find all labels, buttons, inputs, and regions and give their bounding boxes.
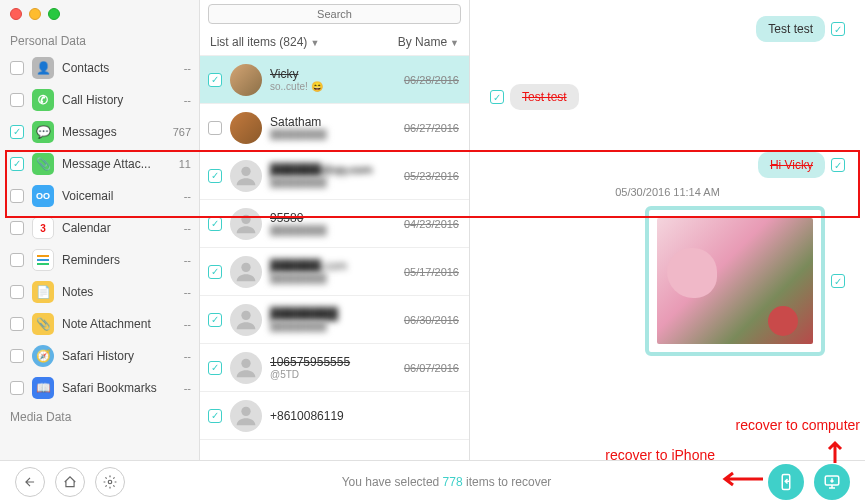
sort-dropdown[interactable]: By Name▼ [398, 35, 459, 49]
conversation-date: 05/23/2016 [404, 170, 459, 182]
conversation-date: 04/23/2016 [404, 218, 459, 230]
sidebar-item-contacts[interactable]: 👤 Contacts -- [0, 52, 199, 84]
sidebar-item-label: Notes [62, 285, 161, 299]
conversation-item[interactable]: ████████ ████████ 06/30/2016 [200, 296, 469, 344]
checkbox[interactable] [10, 317, 24, 331]
message-checkbox[interactable] [831, 158, 845, 172]
checkbox[interactable] [208, 313, 222, 327]
maximize-window-button[interactable] [48, 8, 60, 20]
sidebar-item-label: Messages [62, 125, 161, 139]
sidebar-item-count: 11 [169, 158, 191, 170]
sidebar-item-message-attachments[interactable]: 📎 Message Attac... 11 [0, 148, 199, 180]
sidebar-item-label: Voicemail [62, 189, 161, 203]
conversation-name: ██████.com [270, 259, 396, 273]
conversation-item[interactable]: 95580 ████████ 04/23/2016 [200, 200, 469, 248]
sidebar-item-calendar[interactable]: 3 Calendar -- [0, 212, 199, 244]
conversation-preview: ████████ [270, 129, 396, 140]
conversation-preview: ████████ [270, 273, 396, 284]
sidebar-item-reminders[interactable]: Reminders -- [0, 244, 199, 276]
conversation-date: 06/07/2016 [404, 362, 459, 374]
note-attachment-icon: 📎 [32, 313, 54, 335]
conversation-date: 05/17/2016 [404, 266, 459, 278]
selection-status: You have selected 778 items to recover [135, 475, 758, 489]
checkbox[interactable] [10, 61, 24, 75]
checkbox[interactable] [208, 169, 222, 183]
chat-bubble-deleted: Test test [510, 84, 579, 110]
checkbox[interactable] [10, 285, 24, 299]
checkbox[interactable] [208, 73, 222, 87]
recover-to-iphone-button[interactable] [768, 464, 804, 500]
avatar [230, 400, 262, 432]
checkbox[interactable] [10, 93, 24, 107]
sidebar-item-label: Note Attachment [62, 317, 161, 331]
close-window-button[interactable] [10, 8, 22, 20]
settings-button[interactable] [95, 467, 125, 497]
checkbox[interactable] [10, 189, 24, 203]
sidebar-item-notes[interactable]: 📄 Notes -- [0, 276, 199, 308]
avatar [230, 208, 262, 240]
conversation-preview: ████████ [270, 225, 396, 236]
checkbox[interactable] [208, 265, 222, 279]
message-checkbox[interactable] [831, 274, 845, 288]
checkbox[interactable] [10, 157, 24, 171]
conversation-item[interactable]: Vicky so..cute! 😄 06/28/2016 [200, 56, 469, 104]
checkbox[interactable] [10, 253, 24, 267]
chat-bubble-outgoing: Test test [756, 16, 825, 42]
conversation-list[interactable]: Vicky so..cute! 😄 06/28/2016 Satatham ██… [200, 56, 469, 460]
conversation-item[interactable]: Satatham ████████ 06/27/2016 [200, 104, 469, 152]
avatar [230, 64, 262, 96]
sidebar-item-safari-history[interactable]: 🧭 Safari History -- [0, 340, 199, 372]
sidebar-item-call-history[interactable]: ✆ Call History -- [0, 84, 199, 116]
attachment-icon: 📎 [32, 153, 54, 175]
chat-bubble-deleted: Hi Vicky [758, 152, 825, 178]
conversation-preview: ████████ [270, 177, 396, 188]
conversation-date: 06/28/2016 [404, 74, 459, 86]
svg-point-5 [241, 406, 250, 415]
svg-point-3 [241, 310, 250, 319]
sidebar-section-media: Media Data [0, 404, 199, 428]
sidebar-item-label: Safari History [62, 349, 161, 363]
home-button[interactable] [55, 467, 85, 497]
back-button[interactable] [15, 467, 45, 497]
svg-point-6 [108, 480, 112, 484]
sidebar-item-messages[interactable]: 💬 Messages 767 [0, 116, 199, 148]
recover-to-computer-button[interactable] [814, 464, 850, 500]
contacts-icon: 👤 [32, 57, 54, 79]
reminders-icon [32, 249, 54, 271]
sidebar-item-voicemail[interactable]: OO Voicemail -- [0, 180, 199, 212]
sidebar-item-safari-bookmarks[interactable]: 📖 Safari Bookmarks -- [0, 372, 199, 404]
message-checkbox[interactable] [490, 90, 504, 104]
conversation-name: +8610086119 [270, 409, 451, 423]
checkbox[interactable] [208, 217, 222, 231]
checkbox[interactable] [10, 349, 24, 363]
checkbox[interactable] [208, 361, 222, 375]
sidebar: Personal Data 👤 Contacts -- ✆ Call Histo… [0, 0, 200, 460]
sidebar-item-note-attachment[interactable]: 📎 Note Attachment -- [0, 308, 199, 340]
avatar [230, 352, 262, 384]
minimize-window-button[interactable] [29, 8, 41, 20]
filter-list-dropdown[interactable]: List all items (824)▼ [210, 35, 319, 49]
conversation-name: ██████@qq.com [270, 163, 396, 177]
search-input[interactable] [208, 4, 461, 24]
sidebar-item-count: -- [169, 254, 191, 266]
checkbox[interactable] [10, 221, 24, 235]
chevron-down-icon: ▼ [310, 38, 319, 48]
checkbox[interactable] [208, 409, 222, 423]
sidebar-item-count: -- [169, 190, 191, 202]
safari-history-icon: 🧭 [32, 345, 54, 367]
avatar [230, 304, 262, 336]
conversation-name: Satatham [270, 115, 396, 129]
checkbox[interactable] [10, 381, 24, 395]
checkbox[interactable] [10, 125, 24, 139]
sidebar-item-label: Message Attac... [62, 157, 161, 171]
chat-timestamp: 05/30/2016 11:14 AM [490, 186, 845, 198]
message-checkbox[interactable] [831, 22, 845, 36]
avatar [230, 256, 262, 288]
checkbox[interactable] [208, 121, 222, 135]
conversation-item[interactable]: 106575955555 @5TD 06/07/2016 [200, 344, 469, 392]
chat-photo-attachment[interactable] [645, 206, 825, 356]
conversation-item[interactable]: ██████@qq.com ████████ 05/23/2016 [200, 152, 469, 200]
notes-icon: 📄 [32, 281, 54, 303]
conversation-item[interactable]: +8610086119 [200, 392, 469, 440]
conversation-item[interactable]: ██████.com ████████ 05/17/2016 [200, 248, 469, 296]
